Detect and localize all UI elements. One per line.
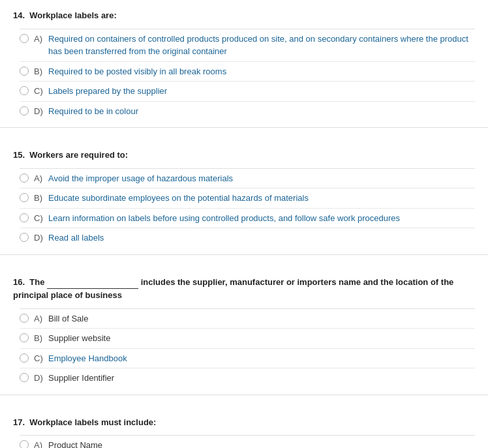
option-text-17a: Product Name [48, 439, 102, 448]
option-text-14d: Required to be in colour [48, 105, 138, 118]
option-16b[interactable]: B) Supplier website [20, 328, 475, 348]
question-16-blank [47, 276, 138, 290]
question-14: 14. Workplace labels are: A) Required on… [0, 0, 488, 128]
radio-15c[interactable] [20, 213, 29, 222]
option-16c[interactable]: C) Employee Handbook [20, 348, 475, 368]
question-15-title: 15. Workers are required to: [13, 149, 475, 162]
question-16-options: A) Bill of Sale B) Supplier website C) E… [13, 308, 475, 388]
question-16-title: 16. The includes the supplier, manufactu… [13, 276, 475, 302]
option-text-14b: Required to be posted visibly in all bre… [48, 65, 226, 78]
option-17a[interactable]: A) Product Name [20, 435, 475, 448]
radio-15b[interactable] [20, 193, 29, 202]
option-letter-16c: C) [34, 352, 48, 365]
option-letter-15c: C) [34, 212, 48, 225]
option-14a[interactable]: A) Required on containers of controlled … [20, 29, 475, 61]
option-letter-14c: C) [34, 85, 48, 98]
radio-16b[interactable] [20, 333, 29, 342]
option-letter-14b: B) [34, 65, 48, 78]
option-16a[interactable]: A) Bill of Sale [20, 308, 475, 329]
option-letter-17a: A) [34, 439, 48, 448]
option-letter-15b: B) [34, 192, 48, 205]
radio-14b[interactable] [20, 67, 29, 76]
option-text-15a: Avoid the improper usage of hazardous ma… [48, 172, 233, 185]
option-text-14c: Labels prepared by the supplier [48, 85, 167, 98]
option-letter-16b: B) [34, 332, 48, 345]
option-text-16d: Supplier Identifier [48, 372, 114, 385]
question-15: 15. Workers are required to: A) Avoid th… [0, 140, 488, 255]
option-letter-14d: D) [34, 105, 48, 118]
question-17-title: 17. Workplace labels must include: [13, 416, 475, 429]
radio-14d[interactable] [20, 106, 29, 115]
option-15a[interactable]: A) Avoid the improper usage of hazardous… [20, 168, 475, 188]
radio-15d[interactable] [20, 233, 29, 242]
question-17-options: A) Product Name B) Safe Handling Procedu… [13, 435, 475, 448]
option-letter-15d: D) [34, 231, 48, 245]
option-14d[interactable]: D) Required to be in colour [20, 101, 475, 121]
option-14b[interactable]: B) Required to be posted visibly in all … [20, 61, 475, 82]
option-text-16a: Bill of Sale [48, 312, 88, 325]
option-text-16c: Employee Handbook [48, 352, 127, 365]
radio-16d[interactable] [20, 373, 29, 382]
option-text-15b: Educate subordinate employees on the pot… [48, 192, 309, 205]
option-text-16b: Supplier website [48, 332, 110, 345]
option-letter-15a: A) [34, 172, 48, 185]
option-letter-14a: A) [34, 33, 48, 46]
option-text-15d: Read all labels [48, 231, 104, 245]
option-letter-16a: A) [34, 312, 48, 325]
option-15c[interactable]: C) Learn information on labels before us… [20, 208, 475, 228]
option-letter-16d: D) [34, 372, 48, 385]
option-text-14a: Required on containers of controlled pro… [48, 33, 475, 58]
radio-14c[interactable] [20, 86, 29, 95]
radio-16c[interactable] [20, 353, 29, 363]
question-14-options: A) Required on containers of controlled … [13, 29, 475, 121]
option-text-15c: Learn information on labels before using… [48, 212, 400, 225]
option-15d[interactable]: D) Read all labels [20, 228, 475, 248]
radio-14a[interactable] [20, 34, 29, 43]
radio-17a[interactable] [20, 440, 29, 448]
option-16d[interactable]: D) Supplier Identifier [20, 368, 475, 388]
option-15b[interactable]: B) Educate subordinate employees on the … [20, 188, 475, 208]
radio-15a[interactable] [20, 173, 29, 183]
option-14c[interactable]: C) Labels prepared by the supplier [20, 81, 475, 101]
question-17: 17. Workplace labels must include: A) Pr… [0, 407, 488, 449]
question-14-title: 14. Workplace labels are: [13, 9, 475, 22]
question-16: 16. The includes the supplier, manufactu… [0, 267, 488, 395]
question-15-options: A) Avoid the improper usage of hazardous… [13, 168, 475, 248]
radio-16a[interactable] [20, 314, 29, 323]
